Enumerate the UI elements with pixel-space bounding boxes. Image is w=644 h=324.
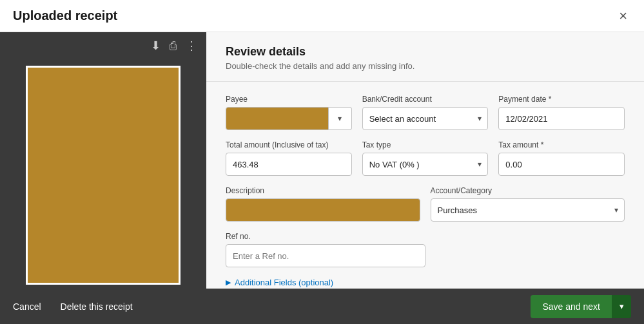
total-amount-input[interactable]	[226, 153, 352, 176]
modal-body: ⬇ ⎙ ⋮ Review details Double-check the de…	[0, 32, 644, 289]
form-row-2: Total amount (Inclusive of tax) Tax type…	[226, 140, 625, 176]
account-category-group: Account/Category Purchases ▾	[431, 186, 625, 222]
tax-type-group: Tax type No VAT (0% ) ▾	[362, 140, 489, 176]
tax-amount-group: Tax amount *	[498, 140, 625, 176]
payee-label: Payee	[226, 95, 352, 104]
ref-no-group: Ref no.	[226, 232, 425, 267]
review-header: Review details Double-check the details …	[206, 32, 644, 82]
receipt-preview	[0, 59, 206, 289]
form-row-1: Payee ▾ Bank/Credit account Select an ac…	[226, 95, 625, 130]
modal-title: Uploaded receipt	[13, 8, 117, 23]
tax-type-select[interactable]: No VAT (0% )	[362, 153, 489, 176]
bank-credit-select[interactable]: Select an account	[362, 107, 489, 130]
ref-no-label: Ref no.	[226, 232, 425, 241]
description-label: Description	[226, 186, 420, 195]
save-next-button[interactable]: Save and next	[531, 295, 612, 318]
more-options-icon[interactable]: ⋮	[186, 39, 197, 53]
total-amount-label: Total amount (Inclusive of tax)	[226, 140, 352, 149]
additional-fields-chevron-icon: ▶	[226, 278, 231, 287]
payment-date-group: Payment date *	[498, 95, 625, 130]
account-category-label: Account/Category	[431, 186, 625, 195]
payment-date-input[interactable]	[498, 107, 625, 130]
modal: Uploaded receipt × ⬇ ⎙ ⋮ Review details …	[0, 0, 644, 324]
ref-no-input[interactable]	[226, 244, 425, 267]
tax-type-label: Tax type	[362, 140, 489, 149]
additional-fields[interactable]: ▶ Additional Fields (optional)	[226, 278, 625, 287]
tax-amount-label: Tax amount *	[498, 140, 625, 149]
form-row-3: Description Account/Category Purchases ▾	[226, 186, 625, 222]
account-category-select[interactable]: Purchases	[431, 198, 625, 222]
delete-receipt-button[interactable]: Delete this receipt	[61, 301, 133, 312]
description-group: Description	[226, 186, 420, 222]
review-subtitle: Double-check the details and add any mis…	[226, 61, 625, 71]
account-category-select-wrapper: Purchases ▾	[431, 198, 625, 222]
payee-wrapper: ▾	[226, 107, 352, 130]
close-button[interactable]: ×	[615, 8, 631, 24]
description-wrapper	[226, 198, 420, 222]
bank-credit-label: Bank/Credit account	[362, 95, 489, 104]
payment-date-label: Payment date *	[498, 95, 625, 104]
additional-fields-label: Additional Fields (optional)	[235, 278, 333, 287]
left-panel: ⬇ ⎙ ⋮	[0, 32, 206, 289]
save-next-group: Save and next ▾	[531, 295, 631, 318]
total-amount-group: Total amount (Inclusive of tax)	[226, 140, 352, 176]
modal-header: Uploaded receipt ×	[0, 0, 644, 32]
form-row-4: Ref no.	[226, 232, 625, 267]
print-icon[interactable]: ⎙	[170, 39, 177, 53]
form-area: Payee ▾ Bank/Credit account Select an ac…	[206, 82, 644, 289]
tax-amount-input[interactable]	[498, 153, 625, 176]
bank-credit-group: Bank/Credit account Select an account ▾	[362, 95, 489, 130]
download-icon[interactable]: ⬇	[151, 39, 161, 53]
tax-type-select-wrapper: No VAT (0% ) ▾	[362, 153, 489, 176]
save-next-dropdown-button[interactable]: ▾	[612, 295, 631, 318]
payee-group: Payee ▾	[226, 95, 352, 130]
footer-left: Cancel Delete this receipt	[13, 301, 133, 312]
bank-credit-select-wrapper: Select an account ▾	[362, 107, 489, 130]
description-input-box[interactable]	[226, 198, 420, 222]
receipt-image	[26, 66, 181, 285]
payee-input-box[interactable]	[226, 107, 329, 130]
review-title: Review details	[226, 45, 625, 59]
modal-footer: Cancel Delete this receipt Save and next…	[0, 289, 644, 324]
left-toolbar: ⬇ ⎙ ⋮	[0, 32, 206, 59]
cancel-button[interactable]: Cancel	[13, 301, 41, 312]
payee-dropdown-button[interactable]: ▾	[329, 107, 352, 130]
right-panel: Review details Double-check the details …	[206, 32, 644, 289]
